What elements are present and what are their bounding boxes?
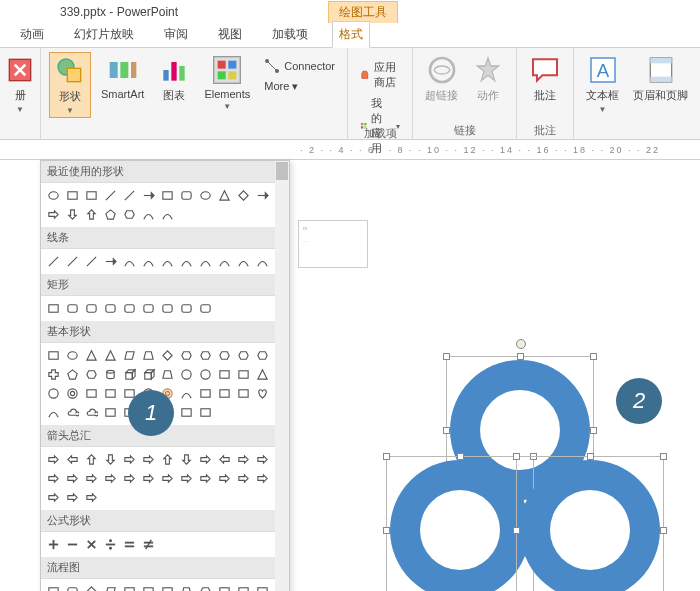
shape-blockarrow-r[interactable] (254, 470, 271, 487)
shape-roundrect[interactable] (159, 300, 176, 317)
shape-rect[interactable] (216, 385, 233, 402)
resize-handle[interactable] (457, 453, 464, 460)
tab-animation[interactable]: 动画 (14, 22, 50, 47)
shape-eq-plus[interactable] (45, 536, 62, 553)
shape-pentagon[interactable] (102, 206, 119, 223)
shape-diamond[interactable] (235, 187, 252, 204)
shape-blockarrow-l[interactable] (216, 451, 233, 468)
shape-rect[interactable] (216, 583, 233, 591)
shape-blockarrow-r[interactable] (235, 470, 252, 487)
shape-triangle[interactable] (83, 347, 100, 364)
shape-rect[interactable] (235, 366, 252, 383)
shape-blockarrow-r[interactable] (45, 470, 62, 487)
shape-roundrect[interactable] (197, 300, 214, 317)
shape-curve[interactable] (178, 253, 195, 270)
shape-rect[interactable] (102, 404, 119, 421)
donut-shape[interactable] (390, 460, 530, 591)
shape-pentagon[interactable] (64, 366, 81, 383)
shape-triangle[interactable] (254, 366, 271, 383)
smartart-button[interactable]: SmartArt (97, 52, 148, 102)
tab-view[interactable]: 视图 (212, 22, 248, 47)
shape-curve[interactable] (45, 404, 62, 421)
shape-parallelogram[interactable] (102, 583, 119, 591)
shape-blockarrow-r[interactable] (235, 451, 252, 468)
shape-curve[interactable] (235, 253, 252, 270)
shape-rect[interactable] (235, 583, 252, 591)
shape-blockarrow-r[interactable] (45, 206, 62, 223)
shape-arrow[interactable] (140, 187, 157, 204)
shape-cylinder[interactable] (102, 366, 119, 383)
shape-blockarrow-u[interactable] (83, 206, 100, 223)
shape-blockarrow-r[interactable] (159, 470, 176, 487)
resize-handle[interactable] (587, 453, 594, 460)
shape-roundrect[interactable] (102, 300, 119, 317)
shape-eq-mult[interactable] (83, 536, 100, 553)
shape-hex[interactable] (178, 347, 195, 364)
shape-rect[interactable] (64, 187, 81, 204)
shape-plus[interactable] (45, 366, 62, 383)
shape-blockarrow-r[interactable] (102, 470, 119, 487)
shape-hex[interactable] (254, 347, 271, 364)
shape-line[interactable] (45, 253, 62, 270)
shape-eq-div[interactable] (102, 536, 119, 553)
resize-handle[interactable] (383, 527, 390, 534)
resize-handle[interactable] (383, 453, 390, 460)
shape-blockarrow-r[interactable] (216, 470, 233, 487)
shapes-button[interactable]: 形状 ▼ (49, 52, 91, 118)
shape-donut[interactable] (64, 385, 81, 402)
shape-blockarrow-r[interactable] (83, 470, 100, 487)
shape-eq-minus[interactable] (64, 536, 81, 553)
shape-curve[interactable] (254, 253, 271, 270)
shape-curve[interactable] (159, 253, 176, 270)
shape-blockarrow-d[interactable] (102, 451, 119, 468)
slide-thumbnail[interactable]: m… (298, 220, 368, 268)
shape-roundrect[interactable] (140, 300, 157, 317)
shape-rect[interactable] (254, 583, 271, 591)
shape-blockarrow-r[interactable] (178, 470, 195, 487)
connector-button[interactable]: Connector (260, 56, 339, 76)
shape-hex[interactable] (121, 206, 138, 223)
headerfooter-button[interactable]: 页眉和页脚 (629, 52, 692, 105)
shape-cloud[interactable] (64, 404, 81, 421)
shape-rect[interactable] (83, 187, 100, 204)
shape-blockarrow-r[interactable] (64, 470, 81, 487)
shape-cloud[interactable] (83, 404, 100, 421)
rotation-handle[interactable] (516, 339, 526, 349)
shape-blockarrow-d[interactable] (64, 206, 81, 223)
shape-rect[interactable] (235, 385, 252, 402)
shape-curve[interactable] (140, 206, 157, 223)
shape-roundrect[interactable] (64, 583, 81, 591)
shape-blockarrow-r[interactable] (254, 451, 271, 468)
shape-blockarrow-r[interactable] (140, 451, 157, 468)
shape-eq-eq[interactable] (121, 536, 138, 553)
shape-blockarrow-r[interactable] (121, 451, 138, 468)
shape-rect[interactable] (45, 583, 62, 591)
action-button[interactable]: 动作 (468, 52, 508, 105)
store-button[interactable]: 应用商店 (356, 58, 404, 92)
shape-curve[interactable] (140, 253, 157, 270)
comment-button[interactable]: 批注 (525, 52, 565, 105)
scrollbar[interactable] (275, 161, 289, 591)
shape-blockarrow-r[interactable] (45, 451, 62, 468)
delete-button[interactable]: 册 ▼ (0, 52, 40, 116)
scrollbar-thumb[interactable] (276, 162, 288, 180)
resize-handle[interactable] (660, 453, 667, 460)
resize-handle[interactable] (660, 527, 667, 534)
shape-roundrect[interactable] (178, 187, 195, 204)
shape-curve[interactable] (216, 253, 233, 270)
shape-trapezoid[interactable] (140, 347, 157, 364)
shape-rect[interactable] (159, 187, 176, 204)
resize-handle[interactable] (513, 527, 520, 534)
shape-hex[interactable] (216, 347, 233, 364)
shape-blockarrow-r[interactable] (197, 451, 214, 468)
shape-blockarrow-u[interactable] (83, 451, 100, 468)
tab-addins[interactable]: 加载项 (266, 22, 314, 47)
shape-rect[interactable] (159, 583, 176, 591)
shape-trapezoid[interactable] (178, 583, 195, 591)
shape-roundrect[interactable] (83, 300, 100, 317)
shape-cube[interactable] (140, 366, 157, 383)
shape-line[interactable] (64, 253, 81, 270)
shape-rect[interactable] (197, 385, 214, 402)
shape-circle[interactable] (178, 366, 195, 383)
resize-handle[interactable] (590, 353, 597, 360)
